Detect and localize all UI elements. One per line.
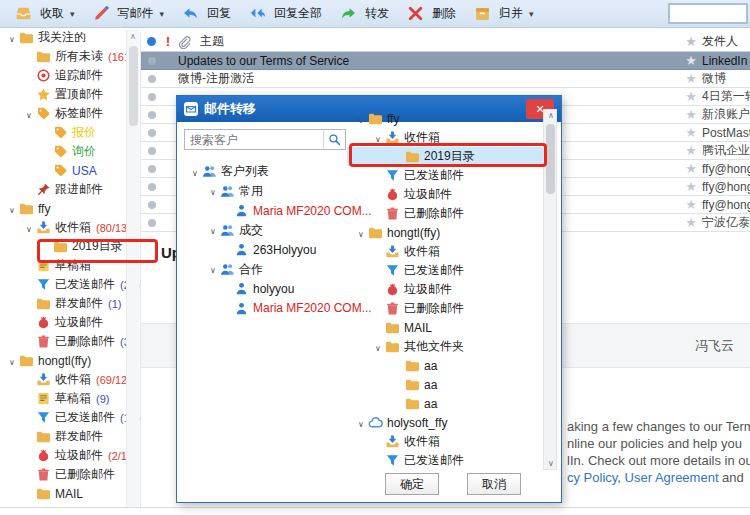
dialog-tree-scrollbar[interactable] [543,109,557,470]
folder-tree-item-junk[interactable]: 垃圾邮件 [347,185,543,204]
folder-tree-item-inbox[interactable]: 收件箱 [347,128,543,147]
folder-tree-item-deleted[interactable]: 已删除邮件 [347,299,543,318]
tree-item-customer[interactable]: Maria MF2020 COM... [181,299,347,319]
reply-button[interactable]: 回复 [173,2,240,26]
folder-tree-item-aa[interactable]: aa [347,375,543,394]
folder-tree-item-2019-selected[interactable]: 2019目录 [347,147,543,166]
tree-item-customer[interactable]: Maria MF2020 COM... [181,201,347,221]
chevron-down-icon[interactable] [206,184,220,198]
folder-tree-item-junk[interactable]: 垃圾邮件 [347,280,543,299]
sender-column-header[interactable]: 发件人 [702,33,750,50]
star-icon[interactable] [685,107,697,122]
folder-tree-item-inbox[interactable]: 收件箱 [347,242,543,261]
sidebar-item-sent-ffy[interactable]: 已发送邮件(23) [0,275,126,294]
scrollbar-thumb[interactable] [546,124,555,194]
receive-button[interactable]: 收取 [6,2,84,26]
chevron-down-icon[interactable] [354,416,368,430]
folder-tree-item-aa[interactable]: aa [347,356,543,375]
mail-row[interactable]: 微博-注册激活微博 [141,70,750,88]
star-icon[interactable] [685,71,697,86]
sidebar-item-watched[interactable]: 我关注的 [0,28,126,47]
sidebar-item-all-unread[interactable]: 所有未读(161) [0,47,126,66]
sidebar-item-bulk-hongtl[interactable]: 群发邮件 [0,427,126,446]
sidebar-item-tracked-mail[interactable]: 追踪邮件 [0,66,126,85]
cancel-button[interactable]: 取消 [467,473,521,495]
tree-item-customer[interactable]: 263Holyyou [181,240,347,260]
user-agreement-link[interactable]: User Agreement [625,470,719,485]
privacy-policy-link[interactable]: cy Policy [567,470,617,485]
folder-tree-item-ffy[interactable]: ffy [347,109,543,128]
sidebar-item-tag-inquiry[interactable]: 询价 [0,142,126,161]
star-icon[interactable] [685,53,697,68]
reply-all-button[interactable]: 回复全部 [240,2,331,26]
sidebar-item-2019-folder[interactable]: 2019目录 [0,237,126,256]
sidebar-item-junk-ffy[interactable]: 垃圾邮件 [0,313,126,332]
tree-item-group-deal[interactable]: 成交 [181,221,347,241]
chevron-down-icon[interactable] [206,223,220,237]
ok-button[interactable]: 确定 [385,473,439,495]
chevron-down-icon[interactable] [22,107,36,121]
delete-button[interactable]: 删除 [398,2,465,26]
tree-item-customer[interactable]: holyyou [181,279,347,299]
sidebar-account-ffy[interactable]: ffy [0,199,126,218]
sidebar-item-pinned-mail[interactable]: 置顶邮件 [0,85,126,104]
priority-column-icon[interactable]: ! [166,35,170,49]
sidebar-item-tag-quote[interactable]: 报价 [0,123,126,142]
sidebar-item-sent-hongtl[interactable]: 已发送邮件(13) [0,408,126,427]
sidebar-item-inbox-ffy[interactable]: 收件箱(80/135) [0,218,126,237]
sidebar-scrollbar[interactable] [126,30,139,507]
folder-tree-item-holysoft[interactable]: holysoft_ffy [347,413,543,432]
chevron-down-icon[interactable] [371,131,385,145]
mail-row[interactable]: Updates to our Terms of ServiceLinkedIn [141,52,750,70]
sidebar-item-tagged-mail[interactable]: 标签邮件 [0,104,126,123]
sidebar-item-mail-folder[interactable]: MAIL [0,484,126,503]
archive-button[interactable]: 归并 [465,2,543,26]
sidebar-item-deleted-hongtl[interactable]: 已删除邮件 [0,465,126,484]
sidebar-item-deleted-ffy[interactable]: 已删除邮件(3) [0,332,126,351]
sidebar-item-tag-usa[interactable]: USA [0,161,126,180]
folder-tree-item-sent[interactable]: 已发送邮件 [347,166,543,185]
customer-search-input[interactable] [185,130,323,149]
toolbar-search-input[interactable] [668,3,748,24]
sidebar-item-inbox-hongtl[interactable]: 收件箱(69/129) [0,370,126,389]
tree-item-customer-list[interactable]: 客户列表 [181,162,347,182]
star-icon[interactable] [685,125,697,140]
sidebar-item-drafts-ffy[interactable]: 草稿箱 [0,256,126,275]
folder-tree-item-other-folders[interactable]: 其他文件夹 [347,337,543,356]
forward-button[interactable]: 转发 [331,2,398,26]
compose-button[interactable]: 写邮件 [84,2,174,26]
chevron-down-icon[interactable] [354,226,368,240]
search-button[interactable] [323,130,345,149]
star-icon[interactable] [685,179,697,194]
star-icon[interactable] [685,89,697,104]
sidebar-item-drafts-hongtl[interactable]: 草稿箱(9) [0,389,126,408]
sidebar-account-hongtl[interactable]: hongtl(ffy) [0,351,126,370]
star-icon[interactable] [685,143,697,158]
sidebar-item-junk-hongtl[interactable]: 垃圾邮件(2/13) [0,446,126,465]
folder-tree-item-sent[interactable]: 已发送邮件 [347,451,543,470]
folder-tree-item-hongtl[interactable]: hongtl(ffy) [347,223,543,242]
tree-item-group-common[interactable]: 常用 [181,182,347,202]
chevron-down-icon[interactable] [188,165,202,179]
folder-tree-item-aa[interactable]: aa [347,394,543,413]
star-column-icon[interactable] [685,34,697,49]
chevron-down-icon[interactable] [22,221,36,235]
chevron-down-icon[interactable] [354,112,368,126]
sidebar-item-follow-up[interactable]: 跟进邮件 [0,180,126,199]
chevron-down-icon[interactable] [371,340,385,354]
subject-column-header[interactable]: 主题 [200,33,224,50]
scrollbar-thumb[interactable] [129,46,138,126]
star-icon[interactable] [685,197,697,212]
chevron-down-icon[interactable] [206,262,220,276]
attachment-column-icon[interactable] [177,35,191,49]
chevron-down-icon[interactable] [5,354,19,368]
chevron-down-icon[interactable] [5,31,19,45]
star-icon[interactable] [685,215,697,230]
folder-tree-item-sent[interactable]: 已发送邮件 [347,261,543,280]
sidebar-item-bulk-ffy[interactable]: 群发邮件(1) [0,294,126,313]
folder-tree-item-deleted[interactable]: 已删除邮件 [347,204,543,223]
star-icon[interactable] [685,161,697,176]
folder-tree-item-inbox[interactable]: 收件箱 [347,432,543,451]
tree-item-group-partner[interactable]: 合作 [181,260,347,280]
unread-dot-column-icon[interactable] [147,37,156,46]
